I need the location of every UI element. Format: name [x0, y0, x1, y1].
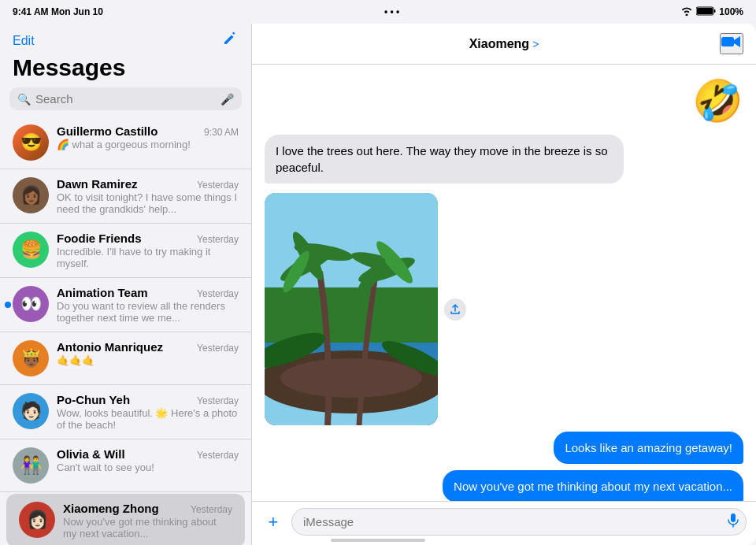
battery-percent: 100% [719, 6, 743, 17]
conv-preview-ow: Can't wait to see you! [57, 462, 239, 473]
chat-input-area: + [252, 501, 756, 545]
conv-preview-am: 🤙🤙🤙 [57, 354, 239, 366]
conv-content-dr: Dawn Ramirez Yesterday OK to visit tonig… [57, 177, 239, 215]
conversation-item-py[interactable]: 🧑🏻 Po-Chun Yeh Yesterday Wow, looks beau… [0, 385, 251, 439]
conv-name-dr: Dawn Ramirez [57, 177, 138, 191]
avatar-ff: 🍔 [13, 232, 49, 268]
mic-icon: 🎤 [220, 93, 234, 106]
conversation-item-am[interactable]: 🤴🏾 Antonio Manriquez Yesterday 🤙🤙🤙 [0, 332, 251, 385]
photo-image [265, 193, 438, 425]
conv-preview-xz: Now you've got me thinking about my next… [63, 516, 232, 539]
photo-message[interactable] [265, 193, 438, 425]
message-incoming-text: I love the trees out here. The way they … [265, 135, 624, 184]
add-attachment-button[interactable]: + [261, 510, 285, 534]
conversation-item-xz[interactable]: 👩🏻 Xiaomeng Zhong Yesterday Now you've g… [6, 494, 245, 545]
conv-content-am: Antonio Manriquez Yesterday 🤙🤙🤙 [57, 340, 239, 366]
conv-time-py: Yesterday [197, 395, 239, 406]
avatar-dr: 👩🏾 [13, 177, 49, 213]
conv-name-ow: Olivia & Will [57, 447, 125, 461]
battery-icon [696, 6, 716, 18]
conv-content-gc: Guillermo Castillo 9:30 AM 🌈 what a gorg… [57, 124, 239, 150]
share-button[interactable] [444, 298, 466, 321]
video-call-button[interactable] [720, 33, 743, 54]
avatar-xz: 👩🏻 [19, 502, 55, 538]
conv-preview-ff: Incredible. I'll have to try making it m… [57, 246, 239, 269]
svg-rect-19 [731, 513, 736, 522]
conv-preview-py: Wow, looks beautiful. 🌟 Here's a photo o… [57, 407, 239, 431]
search-input[interactable] [35, 92, 216, 106]
conv-name-py: Po-Chun Yeh [57, 393, 130, 406]
edit-button[interactable]: Edit [13, 34, 35, 48]
sidebar-header: Edit [0, 24, 251, 54]
avatar-gc: 😎 [13, 124, 49, 161]
conv-preview-dr: OK to visit tonight? I have some things … [57, 191, 239, 215]
home-indicator [331, 539, 425, 542]
app-container: Edit Messages 🔍 🎤 😎 Guillermo Castillo 9… [0, 24, 756, 545]
conv-content-xz: Xiaomeng Zhong Yesterday Now you've got … [63, 502, 232, 539]
search-icon: 🔍 [17, 93, 31, 106]
conversation-item-ff[interactable]: 🍔 Foodie Friends Yesterday Incredible. I… [0, 224, 251, 278]
mic-input-icon[interactable] [728, 513, 739, 531]
message-outgoing-1: Looks like an amazing getaway! [554, 432, 743, 464]
chat-messages: 🤣 I love the trees out here. The way the… [252, 65, 756, 501]
conv-content-ff: Foodie Friends Yesterday Incredible. I'l… [57, 232, 239, 269]
conversation-item-at[interactable]: 👀 Animation Team Yesterday Do you want t… [0, 278, 251, 332]
conv-name-ff: Foodie Friends [57, 232, 142, 245]
conv-content-at: Animation Team Yesterday Do you want to … [57, 286, 239, 324]
chevron-icon: > [532, 38, 539, 50]
conv-content-py: Po-Chun Yeh Yesterday Wow, looks beautif… [57, 393, 239, 431]
status-time: 9:41 AM Mon Jun 10 [13, 6, 103, 17]
svg-rect-8 [265, 287, 438, 343]
reaction-emoji: 🤣 [692, 77, 743, 125]
status-bar: 9:41 AM Mon Jun 10 • • • 100% [0, 0, 756, 24]
conversation-item-ow[interactable]: 👫 Olivia & Will Yesterday Can't wait to … [0, 439, 251, 492]
conv-time-gc: 9:30 AM [204, 127, 239, 138]
sidebar: Edit Messages 🔍 🎤 😎 Guillermo Castillo 9… [0, 24, 252, 545]
message-outgoing-2: Now you've got me thinking about my next… [443, 470, 743, 501]
chat-contact-name: Xiaomeng [469, 37, 529, 51]
conv-time-am: Yesterday [197, 343, 239, 354]
search-bar: 🔍 🎤 [9, 87, 242, 110]
sidebar-title: Messages [0, 54, 251, 87]
svg-rect-1 [697, 8, 713, 14]
svg-rect-2 [714, 9, 716, 13]
conv-name-am: Antonio Manriquez [57, 340, 163, 354]
chat-title-area[interactable]: Xiaomeng > [469, 37, 539, 51]
conv-content-ow: Olivia & Will Yesterday Can't wait to se… [57, 447, 239, 473]
conv-time-ow: Yesterday [197, 450, 239, 461]
avatar-at: 👀 [13, 286, 49, 322]
conv-time-xz: Yesterday [191, 504, 232, 515]
message-input[interactable] [291, 508, 747, 536]
conv-name-gc: Guillermo Castillo [57, 124, 158, 138]
conv-time-ff: Yesterday [197, 234, 239, 245]
input-wrapper [291, 508, 747, 536]
svg-point-7 [280, 358, 422, 398]
chat-header: Xiaomeng > [252, 24, 756, 65]
message-bubble: I love the trees out here. The way they … [265, 135, 624, 184]
conversation-item-dr[interactable]: 👩🏾 Dawn Ramirez Yesterday OK to visit to… [0, 169, 251, 224]
conv-name-at: Animation Team [57, 286, 148, 299]
conv-time-dr: Yesterday [197, 180, 239, 191]
conv-preview-gc: 🌈 what a gorgeous morning! [57, 139, 239, 150]
chat-area: Xiaomeng > 🤣 I love the trees out here. … [252, 24, 756, 545]
avatar-ow: 👫 [13, 447, 49, 484]
conversation-list: 😎 Guillermo Castillo 9:30 AM 🌈 what a go… [0, 117, 251, 545]
conversation-item-gc[interactable]: 😎 Guillermo Castillo 9:30 AM 🌈 what a go… [0, 117, 251, 169]
conv-name-xz: Xiaomeng Zhong [63, 502, 159, 515]
conv-preview-at: Do you want to review all the renders to… [57, 300, 239, 324]
status-dots: • • • [384, 6, 399, 17]
avatar-am: 🤴🏾 [13, 340, 49, 376]
avatar-py: 🧑🏻 [13, 393, 49, 429]
message-bubble-out-1: Looks like an amazing getaway! [554, 432, 743, 464]
compose-button[interactable] [221, 30, 239, 51]
status-indicators: 100% [680, 6, 743, 18]
wifi-icon [680, 6, 693, 18]
message-bubble-out-2: Now you've got me thinking about my next… [443, 470, 743, 501]
svg-rect-3 [721, 37, 734, 46]
conv-time-at: Yesterday [197, 288, 239, 299]
